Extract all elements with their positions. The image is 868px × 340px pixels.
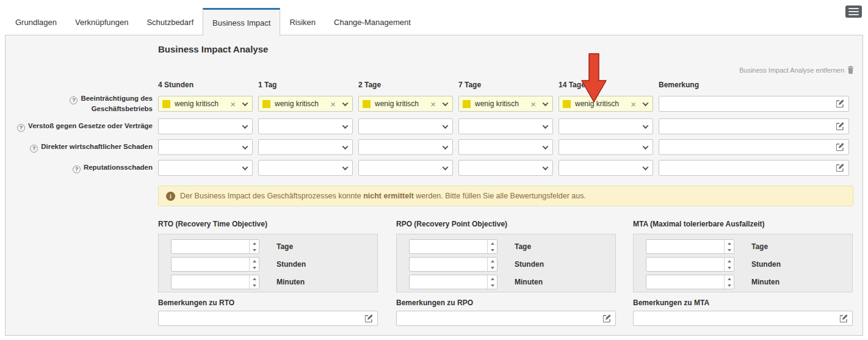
bia-select[interactable]: wenig kritisch × [258,96,353,112]
clear-icon[interactable]: × [229,99,237,109]
help-icon[interactable]: ? [73,165,81,173]
bemerkung-field[interactable] [659,96,849,112]
spinner-input[interactable] [410,258,487,271]
mta-stunden-spinner[interactable] [646,257,734,272]
rpo-remark-input[interactable] [401,314,602,323]
bia-select[interactable]: wenig kritisch × [559,96,653,112]
spinner-up-icon[interactable] [488,240,497,247]
clear-icon[interactable]: × [629,99,637,109]
chevron-down-icon [543,143,549,150]
spinner-up-icon[interactable] [250,258,259,264]
tab-schutzbedarf[interactable]: Schutzbedarf [137,10,203,35]
bia-select[interactable] [258,118,353,134]
bemerkung-input[interactable] [664,164,836,172]
spinner-input[interactable] [410,240,487,253]
help-icon[interactable]: ? [70,96,78,104]
clear-icon[interactable]: × [429,99,437,109]
spinner-buttons [487,240,497,253]
bia-select[interactable] [559,160,653,176]
spinner-up-icon[interactable] [725,258,734,264]
clear-icon[interactable]: × [329,99,337,109]
spinner-down-icon[interactable] [250,247,259,253]
selected-value: wenig kritisch [575,99,619,108]
bia-select[interactable] [559,118,653,134]
rpo-stunden-spinner[interactable] [409,257,497,272]
bemerkung-input[interactable] [664,143,836,151]
mta-remark-field[interactable] [633,311,853,326]
spinner-down-icon[interactable] [725,264,734,271]
rto-minuten-spinner[interactable] [171,275,259,289]
spinner-input[interactable] [172,275,249,289]
spinner-up-icon[interactable] [488,258,497,264]
bia-select[interactable] [158,139,253,155]
spinner-input[interactable] [172,240,249,253]
rpo-minuten-spinner[interactable] [409,275,497,289]
tab-change-management[interactable]: Change-Management [325,10,420,35]
spinner-down-icon[interactable] [488,247,497,253]
column-header-1-tag: 1 Tag [258,78,353,89]
spinner-input[interactable] [646,258,724,271]
mta-remark-input[interactable] [638,314,839,323]
spinner-buttons [724,240,734,253]
tab-business-impact[interactable]: Business Impact [203,8,280,35]
bia-select[interactable] [458,139,553,155]
chevron-down-icon [342,143,349,150]
bemerkung-input[interactable] [664,122,836,131]
bia-select[interactable] [258,160,353,176]
mta-minuten-spinner[interactable] [646,275,734,289]
spinner-down-icon[interactable] [725,247,734,253]
bia-select[interactable] [158,118,253,134]
bia-select[interactable]: wenig kritisch × [458,96,553,112]
help-icon[interactable]: ? [17,124,25,132]
clear-icon[interactable]: × [529,99,537,109]
trash-icon [847,66,854,74]
spinner-up-icon[interactable] [725,240,734,247]
selected-value: wenig kritisch [175,99,219,108]
bemerkung-input[interactable] [664,99,836,108]
bia-select[interactable] [358,139,453,155]
remove-bia-link[interactable]: Business Impact Analyse entfernen [739,66,854,74]
bia-select[interactable] [258,139,353,155]
tab-verknuepfungen[interactable]: Verknüpfungen [66,10,137,35]
bia-select[interactable] [458,160,553,176]
spinner-input[interactable] [646,275,724,289]
help-icon[interactable]: ? [30,145,38,153]
rpo-remark-field[interactable] [396,311,616,326]
bia-select[interactable] [559,139,653,155]
rto-section: RTO (Recovery Time Objective) Tage Stund… [158,220,378,326]
rpo-tage-spinner[interactable] [409,239,497,254]
spinner-down-icon[interactable] [488,264,497,271]
spinner-down-icon[interactable] [250,264,259,271]
bia-select[interactable] [358,160,453,176]
spinner-input[interactable] [410,275,487,289]
spinner-input[interactable] [172,258,249,271]
spinner-up-icon[interactable] [250,275,259,282]
bia-select[interactable] [158,160,253,176]
rto-stunden-spinner[interactable] [171,257,259,272]
tab-risiken[interactable]: Risiken [280,10,325,35]
bia-select[interactable] [358,118,453,134]
spinner-up-icon[interactable] [725,275,734,282]
bia-select[interactable]: wenig kritisch × [358,96,453,112]
chevron-down-icon [342,164,349,170]
spinner-down-icon[interactable] [488,282,497,289]
bemerkung-field[interactable] [659,160,849,176]
hamburger-menu-icon[interactable] [845,5,862,18]
rto-tage-spinner[interactable] [171,239,259,254]
bia-select[interactable] [458,118,553,134]
rto-remark-input[interactable] [163,314,364,323]
spinner-input[interactable] [646,240,724,253]
spinner-up-icon[interactable] [250,240,259,247]
chevron-down-icon [643,123,649,129]
spinner-up-icon[interactable] [488,275,497,282]
tab-grundlagen[interactable]: Grundlagen [6,10,66,35]
row-label-text: Direkter wirtschaftlicher Schaden [41,143,153,150]
spinner-down-icon[interactable] [725,282,734,289]
bia-select[interactable]: wenig kritisch × [158,96,253,112]
bemerkung-field[interactable] [659,118,849,134]
bemerkung-field[interactable] [659,139,849,155]
rto-remark-field[interactable] [158,311,378,326]
mta-tage-spinner[interactable] [646,239,734,254]
rpo-title: RPO (Recovery Point Objective) [396,220,616,229]
spinner-down-icon[interactable] [250,282,259,289]
